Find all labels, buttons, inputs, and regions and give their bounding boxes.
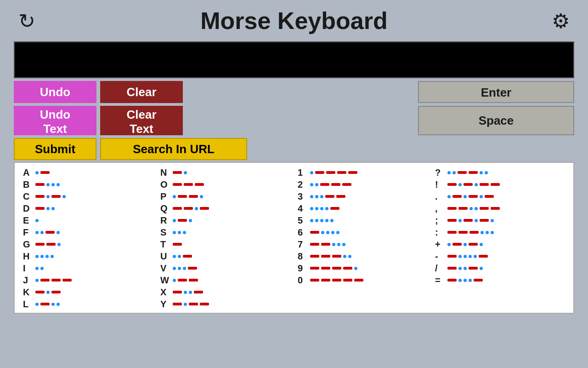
morse-character: ? [435, 167, 445, 178]
morse-row[interactable]: V [160, 262, 290, 274]
morse-character: O [160, 179, 170, 190]
morse-row[interactable]: 1 [298, 167, 428, 178]
morse-character: 3 [298, 191, 308, 202]
morse-character: . [435, 191, 445, 202]
morse-character: 8 [298, 251, 308, 262]
button-row-2: UndoText ClearText Space [14, 106, 574, 135]
morse-row[interactable]: + [435, 238, 565, 250]
morse-row[interactable]: B [23, 178, 153, 190]
morse-row[interactable]: 4 [298, 202, 428, 214]
morse-row[interactable]: / [435, 262, 565, 274]
submit-button[interactable]: Submit [14, 138, 96, 160]
button-row-3: Submit Search In URL [14, 138, 574, 160]
morse-character: = [435, 275, 445, 286]
morse-row[interactable]: , [435, 202, 565, 214]
morse-row[interactable]: = [435, 274, 565, 286]
morse-character: Z [160, 311, 170, 314]
morse-row[interactable]: E [23, 214, 153, 226]
morse-row[interactable]: 2 [298, 178, 428, 190]
morse-row[interactable]: : [435, 226, 565, 238]
morse-character: 2 [298, 179, 308, 190]
morse-character: 9 [298, 263, 308, 274]
enter-button[interactable]: Enter [418, 81, 574, 103]
morse-row[interactable]: X [160, 286, 290, 298]
morse-character: 1 [298, 167, 308, 178]
morse-row[interactable]: G [23, 238, 153, 250]
morse-table: ABCDEFGHIJKLMNOPQRSTUVWXYZ1234567890?!.,… [14, 162, 574, 314]
morse-character: + [435, 239, 445, 250]
text-display[interactable] [14, 41, 574, 78]
button-row-1: Undo Clear Enter [14, 81, 574, 103]
morse-row[interactable]: R [160, 214, 290, 226]
morse-row[interactable]: O [160, 178, 290, 190]
morse-row[interactable]: ! [435, 178, 565, 190]
morse-character: 0 [298, 275, 308, 286]
morse-row[interactable]: M [23, 310, 153, 314]
morse-character: 4 [298, 203, 308, 214]
morse-row[interactable]: 6 [298, 226, 428, 238]
morse-character: S [160, 227, 170, 238]
morse-character: G [23, 239, 33, 250]
morse-character: R [160, 215, 170, 226]
morse-row[interactable]: 5 [298, 214, 428, 226]
morse-character: C [23, 191, 33, 202]
morse-row[interactable]: 9 [298, 262, 428, 274]
morse-row[interactable]: K [23, 286, 153, 298]
morse-character: K [23, 287, 33, 298]
morse-row[interactable]: F [23, 226, 153, 238]
morse-row[interactable]: U [160, 250, 290, 262]
morse-character: - [435, 251, 445, 262]
morse-character: L [23, 299, 33, 310]
morse-character: E [23, 215, 33, 226]
space-button[interactable]: Space [418, 106, 574, 135]
morse-row[interactable]: 3 [298, 190, 428, 202]
morse-row[interactable]: S [160, 226, 290, 238]
morse-character: J [23, 275, 33, 286]
morse-character: W [160, 275, 170, 286]
morse-row[interactable]: A [23, 167, 153, 178]
undo-button[interactable]: Undo [14, 81, 96, 103]
undo-text-button[interactable]: UndoText [14, 106, 96, 135]
morse-row[interactable]: ; [435, 214, 565, 226]
morse-character: 5 [298, 215, 308, 226]
morse-row[interactable]: Z [160, 310, 290, 314]
settings-icon[interactable]: ⚙ [552, 9, 570, 33]
morse-character: P [160, 191, 170, 202]
morse-row[interactable]: I [23, 262, 153, 274]
morse-row[interactable]: 8 [298, 250, 428, 262]
morse-row[interactable]: Y [160, 298, 290, 310]
morse-row[interactable]: - [435, 250, 565, 262]
morse-row[interactable]: Q [160, 202, 290, 214]
search-url-button[interactable]: Search In URL [100, 138, 247, 160]
morse-character: F [23, 227, 33, 238]
morse-character: V [160, 263, 170, 274]
morse-row[interactable]: D [23, 202, 153, 214]
header: ↻ Morse Keyboard ⚙ [0, 0, 588, 41]
morse-character: 6 [298, 227, 308, 238]
morse-row[interactable]: N [160, 167, 290, 178]
morse-row[interactable]: 0 [298, 274, 428, 286]
morse-character: U [160, 251, 170, 262]
clear-button[interactable]: Clear [100, 81, 183, 103]
morse-row[interactable]: L [23, 298, 153, 310]
morse-row[interactable]: W [160, 274, 290, 286]
morse-character: 7 [298, 239, 308, 250]
morse-row[interactable]: . [435, 190, 565, 202]
morse-row[interactable]: 7 [298, 238, 428, 250]
morse-character: X [160, 287, 170, 298]
clear-text-button[interactable]: ClearText [100, 106, 183, 135]
morse-row[interactable]: H [23, 250, 153, 262]
morse-character: ! [435, 179, 445, 190]
morse-row[interactable]: J [23, 274, 153, 286]
morse-character: T [160, 239, 170, 250]
morse-row[interactable]: P [160, 190, 290, 202]
page-title: Morse Keyboard [200, 7, 387, 34]
morse-character: I [23, 263, 33, 274]
morse-character: N [160, 167, 170, 178]
refresh-icon[interactable]: ↻ [18, 9, 35, 33]
morse-row[interactable]: ? [435, 167, 565, 178]
morse-character: B [23, 179, 33, 190]
morse-row[interactable]: C [23, 190, 153, 202]
morse-row[interactable]: T [160, 238, 290, 250]
morse-column: 1234567890 [294, 167, 431, 314]
